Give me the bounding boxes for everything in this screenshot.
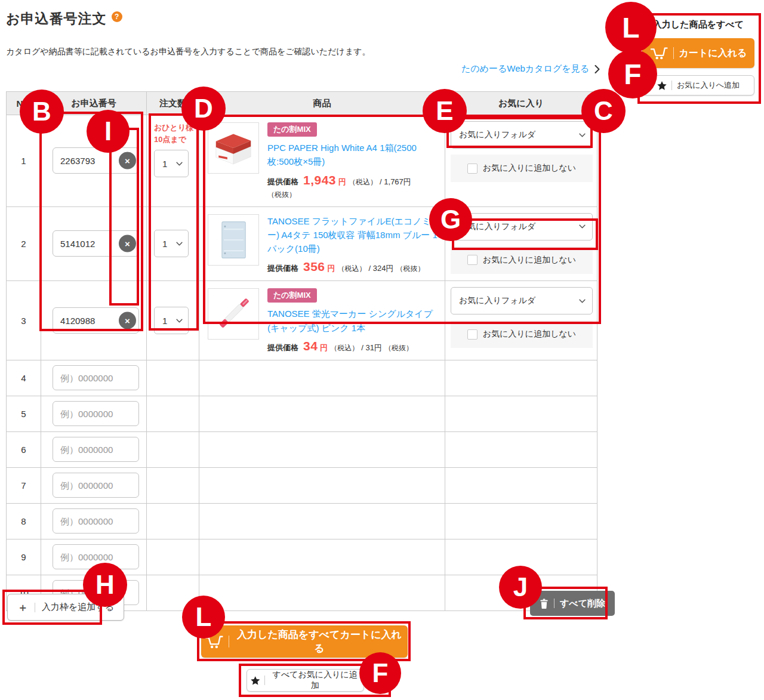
- tax-incl-label: （税込）: [330, 343, 359, 353]
- add-all-to-favorites-button[interactable]: すべてお気に入りに追加: [247, 669, 364, 692]
- table-row: 2 × 1: [7, 206, 597, 281]
- add-all-to-cart-label: 入力した商品をすべてカートに入れる: [235, 628, 404, 655]
- top-actions-panel: 入力した商品をすべて カートに入れる お気に入りへ追加: [642, 19, 754, 95]
- no-favorite-checkbox[interactable]: [467, 255, 478, 265]
- no-favorite-checkbox[interactable]: [467, 329, 478, 340]
- quantity-select[interactable]: 1: [154, 307, 189, 334]
- chevron-right-icon: [594, 65, 600, 73]
- product-name-link[interactable]: TANOSEE フラットファイルE(エコノミー) A4タテ 150枚収容 背幅1…: [267, 214, 438, 256]
- price-label: 提供価格: [267, 177, 298, 187]
- row-no: 5: [7, 396, 41, 431]
- page-title: お申込番号注文: [6, 10, 107, 28]
- row-no: 4: [7, 360, 41, 396]
- price-line: 提供価格 34 円 （税込） / 31円 （税抜）: [267, 339, 438, 353]
- add-row-button[interactable]: ＋ 入力枠を追加する: [7, 594, 124, 621]
- tax-excl-label: （税抜）: [267, 190, 296, 200]
- page-title-row: お申込番号注文 ?: [6, 10, 122, 28]
- row-no: 9: [7, 539, 41, 575]
- table-row: 3 × 1: [7, 281, 597, 360]
- table-row: 7: [7, 467, 597, 503]
- product-name-link[interactable]: TANOSEE 蛍光マーカー シングルタイプ(キャップ式) ピンク 1本: [267, 307, 438, 335]
- order-number-input[interactable]: [53, 401, 139, 426]
- clear-input-button[interactable]: ×: [119, 312, 136, 329]
- add-all-to-cart-button[interactable]: 入力した商品をすべてカートに入れる: [201, 625, 408, 658]
- no-favorite-checkbox[interactable]: [467, 164, 478, 174]
- product-info: TANOSEE フラットファイルE(エコノミー) A4タテ 150枚収容 背幅1…: [267, 214, 438, 275]
- favorite-folder-select[interactable]: お気に入りフォルダ: [451, 213, 593, 240]
- product-cell: TANOSEE フラットファイルE(エコノミー) A4タテ 150枚収容 背幅1…: [200, 208, 444, 280]
- quantity-select[interactable]: 1: [154, 150, 189, 177]
- price-line: 提供価格 356 円 （税込） / 324円 （税抜）: [267, 260, 438, 274]
- star-icon: [251, 676, 260, 685]
- table-row: 5: [7, 396, 597, 431]
- order-number-input[interactable]: [53, 437, 139, 462]
- row-no: 2: [7, 206, 41, 281]
- order-by-number-page: お申込番号注文 ? カタログや納品書等に記載されているお申込番号を入力することで…: [0, 0, 764, 700]
- price-incl-value: 1,943: [303, 173, 336, 187]
- header-quantity: 注文数: [147, 92, 199, 115]
- table-row: 9: [7, 539, 597, 575]
- price-incl-value: 356: [303, 260, 325, 274]
- product-image[interactable]: [208, 122, 259, 174]
- tax-incl-label: （税込）: [338, 264, 366, 274]
- no-favorite-option: お気に入りに追加しない: [451, 155, 593, 182]
- no-favorite-option: お気に入りに追加しない: [451, 246, 593, 274]
- product-cell: たの割MIX PPC PAPER High White A4 1箱(2500枚:…: [200, 116, 444, 206]
- add-to-cart-label: カートに入れる: [679, 47, 747, 60]
- add-to-cart-button[interactable]: カートに入れる: [642, 38, 754, 68]
- no-favorite-label: お気に入りに追加しない: [483, 163, 576, 174]
- product-discount-badge: たの割MIX: [267, 288, 317, 303]
- catalog-link[interactable]: たのめーるWebカタログを見る: [461, 63, 600, 75]
- header-no: No.: [7, 92, 41, 115]
- button-divider: [229, 636, 229, 647]
- favorite-folder-select[interactable]: お気に入りフォルダ: [451, 287, 593, 314]
- no-favorite-label: お気に入りに追加しない: [483, 255, 576, 266]
- order-number-input[interactable]: [53, 365, 139, 390]
- price-excl-value: / 324円: [369, 263, 394, 274]
- delete-all-button[interactable]: すべて削除: [530, 591, 615, 616]
- plus-icon: ＋: [17, 600, 28, 615]
- favorite-cell: お気に入りフォルダ お気に入りに追加しない: [446, 116, 596, 187]
- add-all-to-favorites-label: すべてお気に入りに追加: [270, 670, 360, 691]
- favorite-cell: お気に入りフォルダ お気に入りに追加しない: [446, 208, 596, 279]
- quantity-select[interactable]: 1: [154, 230, 189, 257]
- table-row: 6: [7, 431, 597, 467]
- row-no: 6: [7, 431, 41, 467]
- favorite-folder-select[interactable]: お気に入りフォルダ: [451, 121, 593, 149]
- table-row: 1 × おひとり様 10点まで 1: [7, 115, 597, 207]
- annotation-badge-f-bottom: F: [359, 652, 401, 694]
- order-number-input[interactable]: [53, 508, 139, 534]
- price-line: 提供価格 1,943 円 （税込） / 1,767円 （税抜）: [267, 173, 438, 200]
- catalog-link-label: たのめーるWebカタログを見る: [461, 63, 589, 75]
- quantity-limit-note: おひとり様 10点まで: [154, 122, 198, 145]
- clear-input-button[interactable]: ×: [119, 152, 136, 169]
- header-product: 商品: [199, 92, 445, 115]
- product-name-link[interactable]: PPC PAPER High White A4 1箱(2500枚:500枚×5冊…: [267, 141, 438, 169]
- top-actions-heading: 入力した商品をすべて: [642, 19, 754, 30]
- add-to-favorites-button[interactable]: お気に入りへ追加: [642, 75, 754, 95]
- clear-input-button[interactable]: ×: [119, 235, 136, 252]
- row-no: 7: [7, 467, 41, 503]
- price-label: 提供価格: [267, 263, 298, 274]
- product-info: たの割MIX PPC PAPER High White A4 1箱(2500枚:…: [267, 122, 438, 200]
- order-number-input[interactable]: [53, 473, 139, 498]
- price-label: 提供価格: [267, 343, 298, 353]
- product-info: たの割MIX TANOSEE 蛍光マーカー シングルタイプ(キャップ式) ピンク…: [267, 288, 438, 353]
- price-incl-value: 34: [303, 339, 318, 353]
- product-image[interactable]: [208, 214, 259, 266]
- chevron-down-icon: [579, 133, 586, 137]
- add-row-label: 入力枠を追加する: [42, 602, 114, 613]
- tax-excl-label: （税抜）: [384, 343, 413, 353]
- button-divider: [671, 81, 672, 90]
- table-row: 8: [7, 503, 597, 539]
- no-favorite-option: お気に入りに追加しない: [451, 320, 593, 348]
- order-number-field: ×: [53, 307, 139, 334]
- chevron-down-icon: [176, 242, 183, 246]
- order-number-field: ×: [53, 147, 139, 174]
- product-image[interactable]: [208, 288, 259, 340]
- order-number-input[interactable]: [53, 544, 139, 569]
- table-row: 4: [7, 360, 597, 396]
- help-icon[interactable]: ?: [112, 11, 122, 22]
- order-table: No. お申込番号 注文数 商品 お気に入り 1 × おひとり様: [6, 91, 597, 611]
- row-no: 8: [7, 503, 41, 539]
